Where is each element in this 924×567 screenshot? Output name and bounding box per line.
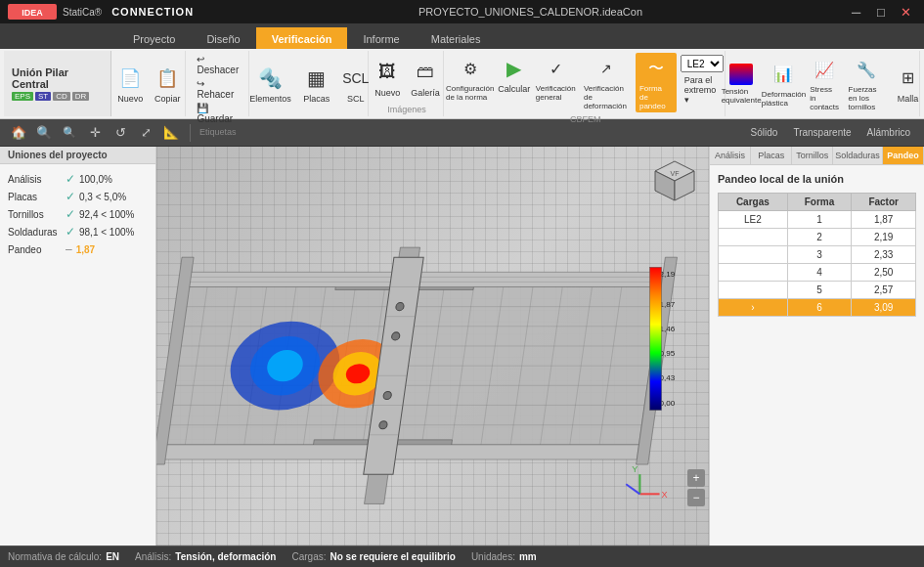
left-panel: Uniones del proyecto Análisis ✓ 100,0% P… xyxy=(0,147,156,545)
result-soldaduras: Soldaduras ✓ 98,1 < 100% xyxy=(8,225,148,239)
rotate-button[interactable]: ↺ xyxy=(110,122,131,144)
tag-cd: CD xyxy=(53,92,70,101)
calcular-button[interactable]: ▶ Calcular xyxy=(497,53,532,96)
right-tab-pandeo[interactable]: Pandeo xyxy=(883,147,924,164)
malla-icon: ⊞ xyxy=(895,65,922,92)
deformacion-plastica-icon: 📊 xyxy=(770,61,797,88)
svg-text:0,00: 0,00 xyxy=(660,399,676,408)
forma-pandeo-button[interactable]: 〜 Forma de pandeo xyxy=(636,53,677,112)
right-tab-tornillos[interactable]: Tornillos xyxy=(792,147,833,164)
svg-rect-39 xyxy=(163,445,638,459)
tension-equivalente-button[interactable]: Tensión equivalente xyxy=(722,62,761,107)
table-row[interactable]: 3 2,33 xyxy=(719,246,916,264)
col-cargas: Cargas xyxy=(719,194,788,211)
minimize-button[interactable]: ─ xyxy=(846,1,866,22)
verificacion-deformacion-button[interactable]: ↗ Verificación de deformación xyxy=(580,53,634,112)
viewport[interactable]: 2,19 1,87 1,46 0,95 0,43 0,00 xyxy=(156,147,709,545)
close-button[interactable]: ✕ xyxy=(896,1,916,22)
view-mode-buttons: Sólido Transparente Alámbrico xyxy=(745,125,916,140)
deformacion-plastica-button[interactable]: 📊 Deformación plástica xyxy=(763,59,804,109)
table-row[interactable]: LE2 1 1,87 xyxy=(719,211,916,229)
result-pandeo: Pandeo – 1,87 xyxy=(8,242,148,256)
svg-text:IDEA: IDEA xyxy=(22,8,43,18)
logo-area: IDEA StatiCa® CONNECTION xyxy=(0,4,215,20)
scl-button[interactable]: SCL SCL xyxy=(338,63,374,106)
verificacion-general-button[interactable]: ✓ Verificación general xyxy=(534,53,578,104)
table-row[interactable]: 4 2,50 xyxy=(719,264,916,282)
fuerzas-tornillos-icon: 🔧 xyxy=(853,56,880,83)
tag-dr: DR xyxy=(72,92,90,101)
placas-icon: ▦ xyxy=(303,65,330,92)
status-cargas: Cargas: No se requiere el equilibrio xyxy=(291,551,455,562)
maximize-button[interactable]: □ xyxy=(870,1,891,22)
zoom-in-button[interactable]: 🔍 xyxy=(59,122,80,144)
pan-button[interactable]: ✛ xyxy=(84,122,106,144)
svg-text:1,87: 1,87 xyxy=(660,300,676,309)
table-row[interactable]: 5 2,57 xyxy=(719,282,916,299)
tab-diseno[interactable]: Diseño xyxy=(191,27,255,49)
view-alambrico[interactable]: Alámbrico xyxy=(861,125,916,140)
rehacer-button[interactable]: ↪ Rehacer xyxy=(193,77,242,101)
col-factor: Factor xyxy=(852,194,916,211)
pandeo-content: Pandeo local de la unión Cargas Forma Fa… xyxy=(710,165,924,545)
tab-verificacion[interactable]: Verificación xyxy=(256,27,348,49)
titlebar: IDEA StatiCa® CONNECTION PROYECTO_UNIONE… xyxy=(0,0,924,23)
nuevo-imagen-button[interactable]: 🖼 Nuevo xyxy=(370,57,405,100)
right-tab-soldaduras[interactable]: Soldaduras xyxy=(833,147,883,164)
le2-dropdown[interactable]: LE2 LE1 xyxy=(681,55,724,72)
statusbar: Normativa de cálculo: EN Análisis: Tensi… xyxy=(0,545,924,567)
tab-proyecto[interactable]: Proyecto xyxy=(117,27,191,49)
cube-nav-svg: VF xyxy=(650,156,699,205)
svg-text:X: X xyxy=(662,490,668,500)
galeria-icon: 🗃 xyxy=(412,59,439,86)
fit-button[interactable]: ⤢ xyxy=(135,122,156,144)
tab-informe[interactable]: Informe xyxy=(347,27,415,49)
verificacion-general-icon: ✓ xyxy=(542,55,569,82)
elementos-button[interactable]: 🔩 Elementos xyxy=(245,63,295,106)
module-name: CONNECTION xyxy=(111,6,194,18)
placas-button[interactable]: ▦ Placas xyxy=(299,63,334,106)
view-transparente[interactable]: Transparente xyxy=(787,125,857,140)
right-tab-placas[interactable]: Placas xyxy=(751,147,792,164)
status-normativa: Normativa de cálculo: EN xyxy=(8,551,119,562)
nuevo-button[interactable]: 📄 Nuevo xyxy=(112,63,148,106)
svg-line-64 xyxy=(626,484,639,494)
right-tab-analisis[interactable]: Análisis xyxy=(710,147,751,164)
svg-text:0,95: 0,95 xyxy=(660,349,676,358)
svg-rect-59 xyxy=(649,267,661,410)
fuerzas-tornillos-button[interactable]: 🔧 Fuerzas en los tornillos xyxy=(845,54,889,113)
pandeo-table: Cargas Forma Factor LE2 1 1,87 2 2,19 xyxy=(718,193,916,317)
zoom-fit-button[interactable]: 🔍 xyxy=(33,122,55,144)
zoom-out-viewport[interactable]: − xyxy=(687,489,705,506)
view-solido[interactable]: Sólido xyxy=(745,125,784,140)
zoom-in-viewport[interactable]: + xyxy=(687,469,705,487)
svg-text:1,46: 1,46 xyxy=(660,325,676,333)
table-row-selected[interactable]: › 6 3,09 xyxy=(719,299,916,317)
measure-button[interactable]: 📐 xyxy=(160,122,182,144)
tag-eps: EPS xyxy=(12,92,33,101)
stress-contacts-button[interactable]: 📈 Stress in contacts xyxy=(807,54,843,113)
union-selector[interactable]: Unión Pilar Central EPS ST CD DR xyxy=(4,51,111,116)
ribbon-group-cbfem: ⚙ Configuración de la norma ▶ Calcular ✓… xyxy=(446,51,726,116)
deshacer-button[interactable]: ↩ Deshacer xyxy=(193,53,242,76)
table-row[interactable]: 2 2,19 xyxy=(719,229,916,246)
forma-pandeo-icon: 〜 xyxy=(642,55,670,82)
tension-equivalente-icon xyxy=(729,64,753,85)
para-extremo-button[interactable]: Para el extremo ▾ xyxy=(681,74,724,106)
app-logo: IDEA xyxy=(8,4,57,20)
ribbon-group-imagenes: 🖼 Nuevo 🗃 Galería Imágenes xyxy=(371,51,444,116)
galeria-button[interactable]: 🗃 Galería xyxy=(407,57,444,100)
guardar-button[interactable]: 💾 Guardar xyxy=(193,102,242,125)
malla-button[interactable]: ⊞ Malla xyxy=(891,63,924,106)
tab-materiales[interactable]: Materiales xyxy=(416,27,497,49)
calcular-icon: ▶ xyxy=(501,55,528,82)
etiquetas-label: Etiquetas xyxy=(199,125,237,137)
toolbar-separator xyxy=(190,124,191,142)
ribbon-group-new: 📄 Nuevo 📋 Copiar xyxy=(113,51,186,116)
project-title: PROYECTO_UNIONES_CALDENOR.ideaCon xyxy=(215,6,846,18)
home-button[interactable]: 🏠 xyxy=(8,122,29,144)
cube-navigator[interactable]: VF xyxy=(650,156,699,205)
copiar-button[interactable]: 📋 Copiar xyxy=(150,63,185,106)
col-forma: Forma xyxy=(787,194,852,211)
config-norma-button[interactable]: ⚙ Configuración de la norma xyxy=(446,53,495,104)
